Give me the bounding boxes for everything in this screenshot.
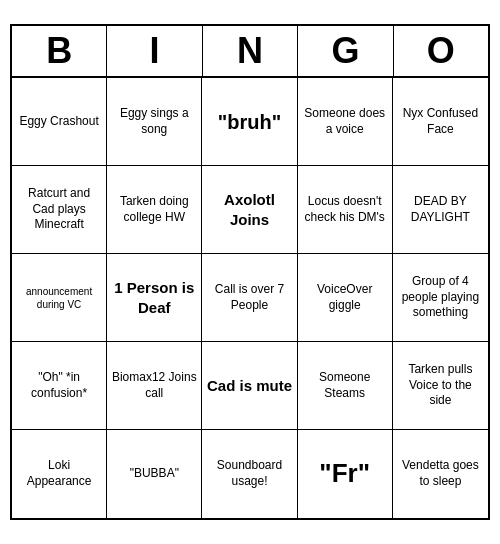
bingo-cell-15: "Oh" *in confusion*	[12, 342, 107, 430]
bingo-cell-2: "bruh"	[202, 78, 297, 166]
bingo-grid: Eggy CrashoutEggy sings a song"bruh"Some…	[12, 78, 488, 518]
bingo-cell-3: Someone does a voice	[298, 78, 393, 166]
bingo-cell-5: Ratcurt and Cad plays Minecraft	[12, 166, 107, 254]
bingo-cell-1: Eggy sings a song	[107, 78, 202, 166]
header-letter-b: B	[12, 26, 107, 76]
bingo-cell-23: "Fr"	[298, 430, 393, 518]
bingo-cell-17: Cad is mute	[202, 342, 297, 430]
bingo-cell-10: announcement during VC	[12, 254, 107, 342]
bingo-cell-21: "BUBBA"	[107, 430, 202, 518]
bingo-cell-14: Group of 4 people playing something	[393, 254, 488, 342]
bingo-cell-24: Vendetta goes to sleep	[393, 430, 488, 518]
bingo-cell-18: Someone Steams	[298, 342, 393, 430]
bingo-cell-6: Tarken doing college HW	[107, 166, 202, 254]
header-letter-g: G	[298, 26, 393, 76]
bingo-cell-7: Axolotl Joins	[202, 166, 297, 254]
bingo-cell-20: Loki Appearance	[12, 430, 107, 518]
bingo-cell-13: VoiceOver giggle	[298, 254, 393, 342]
bingo-card: BINGO Eggy CrashoutEggy sings a song"bru…	[10, 24, 490, 520]
bingo-header: BINGO	[12, 26, 488, 78]
bingo-cell-11: 1 Person is Deaf	[107, 254, 202, 342]
bingo-cell-0: Eggy Crashout	[12, 78, 107, 166]
bingo-cell-22: Soundboard usage!	[202, 430, 297, 518]
header-letter-i: I	[107, 26, 202, 76]
bingo-cell-12: Call is over 7 People	[202, 254, 297, 342]
bingo-cell-8: Locus doesn't check his DM's	[298, 166, 393, 254]
bingo-cell-16: Biomax12 Joins call	[107, 342, 202, 430]
bingo-cell-9: DEAD BY DAYLIGHT	[393, 166, 488, 254]
header-letter-n: N	[203, 26, 298, 76]
bingo-cell-19: Tarken pulls Voice to the side	[393, 342, 488, 430]
bingo-cell-4: Nyx Confused Face	[393, 78, 488, 166]
header-letter-o: O	[394, 26, 488, 76]
